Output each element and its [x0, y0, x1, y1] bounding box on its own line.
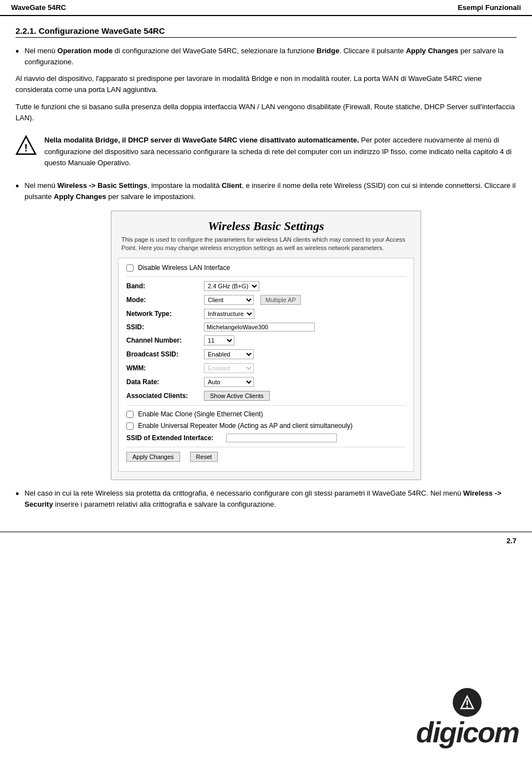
digicom-text: digicom	[416, 718, 519, 747]
page-header: WaveGate 54RC Esempi Funzionali	[0, 0, 532, 16]
universal-repeater-checkbox[interactable]	[126, 422, 134, 430]
paragraph-1: Nel menù Operation mode di configurazion…	[24, 45, 516, 68]
disable-wireless-row: Disable Wireless LAN Interface	[126, 264, 406, 272]
list-item-1: • Nel menù Operation mode di configurazi…	[16, 45, 516, 68]
ssid-ext-label: SSID of Extended Interface:	[126, 434, 226, 442]
mode-select[interactable]: Client	[204, 295, 254, 305]
band-label: Band:	[126, 282, 204, 290]
network-type-row: Network Type: Infrastructure	[126, 309, 406, 319]
apply-changes-button[interactable]: Apply Changes	[126, 452, 180, 462]
wmm-select[interactable]: Enabled	[204, 363, 254, 373]
paragraph-5: Nel caso in cui la rete Wireless sia pro…	[24, 488, 516, 510]
reset-button[interactable]: Reset	[190, 452, 218, 462]
data-rate-label: Data Rate:	[126, 378, 204, 386]
disable-wireless-label: Disable Wireless LAN Interface	[138, 264, 230, 272]
associated-clients-row: Associated Clients: Show Active Clients	[126, 391, 406, 401]
ssid-control	[204, 323, 406, 332]
page-footer: 2.7	[0, 532, 532, 549]
widget-body: Disable Wireless LAN Interface Band: 2.4…	[118, 258, 414, 472]
bullet-icon-3: •	[16, 487, 19, 502]
list-item-2: • Nel menù Wireless -> Basic Settings, i…	[16, 180, 516, 202]
data-rate-control: Auto	[204, 377, 406, 387]
data-rate-row: Data Rate: Auto	[126, 377, 406, 387]
widget-subtitle: This page is used to configure the param…	[121, 236, 411, 253]
ssid-ext-row: SSID of Extended Interface:	[126, 434, 406, 442]
paragraph-4: Nel menù Wireless -> Basic Settings, imp…	[24, 180, 516, 202]
bullet-icon: •	[16, 44, 19, 60]
svg-text:!: !	[24, 142, 28, 154]
channel-select[interactable]: 11	[204, 335, 234, 345]
header-right: Esempi Funzionali	[458, 3, 521, 12]
network-type-control: Infrastructure	[204, 309, 406, 319]
ssid-ext-control	[226, 434, 406, 442]
multiple-ap-button[interactable]: Multiple AP	[260, 295, 301, 305]
band-row: Band: 2.4 GHz (B+G)	[126, 281, 406, 291]
mac-clone-row: Enable Mac Clone (Single Ethernet Client…	[126, 410, 406, 418]
widget-title: Wireless Basic Settings	[111, 219, 421, 233]
wmm-control: Enabled	[204, 363, 406, 373]
universal-repeater-row: Enable Universal Repeater Mode (Acting a…	[126, 422, 406, 430]
ssid-row: SSID:	[126, 323, 406, 332]
warning-icon: !	[16, 135, 37, 156]
wmm-label: WMM:	[126, 364, 204, 372]
buttons-row: Apply Changes Reset	[126, 452, 406, 462]
warning-box: ! Nella modalità Bridge, il DHCP server …	[16, 130, 516, 174]
broadcast-select[interactable]: Enabled	[204, 349, 254, 359]
channel-row: Channel Number: 11	[126, 335, 406, 345]
mode-label: Mode:	[126, 296, 204, 304]
data-rate-select[interactable]: Auto	[204, 377, 254, 387]
svg-point-4	[467, 706, 468, 708]
mac-clone-label: Enable Mac Clone (Single Ethernet Client…	[138, 410, 263, 418]
broadcast-label: Broadcast SSID:	[126, 350, 204, 358]
network-type-select[interactable]: Infrastructure	[204, 309, 254, 319]
universal-repeater-label: Enable Universal Repeater Mode (Acting a…	[138, 422, 352, 430]
list-item-3: • Nel caso in cui la rete Wireless sia p…	[16, 488, 516, 510]
digicom-logo: digicom	[416, 688, 519, 747]
mode-row: Mode: Client Multiple AP	[126, 295, 406, 305]
bullet-icon-2: •	[16, 179, 19, 195]
mac-clone-checkbox[interactable]	[126, 411, 134, 418]
associated-clients-control: Show Active Clients	[204, 391, 406, 401]
band-control: 2.4 GHz (B+G)	[204, 281, 406, 291]
broadcast-control: Enabled	[204, 349, 406, 359]
ssid-ext-input[interactable]	[226, 434, 337, 442]
ssid-label: SSID:	[126, 323, 204, 331]
digicom-icon	[453, 688, 482, 717]
channel-label: Channel Number:	[126, 337, 204, 344]
paragraph-2: Al riavvio del dispositivo, l'apparato s…	[16, 73, 516, 95]
page-number: 2.7	[507, 537, 516, 545]
show-active-clients-button[interactable]: Show Active Clients	[204, 391, 270, 401]
header-left: WaveGate 54RC	[11, 3, 66, 12]
channel-control: 11	[204, 335, 406, 345]
broadcast-row: Broadcast SSID: Enabled	[126, 349, 406, 359]
wireless-settings-widget: Wireless Basic Settings This page is use…	[111, 211, 421, 481]
disable-wireless-checkbox[interactable]	[126, 264, 134, 272]
wmm-row: WMM: Enabled	[126, 363, 406, 373]
warning-text: Nella modalità Bridge, il DHCP server di…	[44, 135, 516, 169]
section-title: 2.2.1. Configurazione WaveGate 54RC	[16, 26, 516, 38]
band-select[interactable]: 2.4 GHz (B+G)	[204, 281, 259, 291]
mode-control: Client Multiple AP	[204, 295, 406, 305]
ssid-input[interactable]	[204, 323, 315, 332]
paragraph-3: Tutte le funzioni che si basano sulla pr…	[16, 101, 516, 124]
associated-clients-label: Associated Clients:	[126, 392, 204, 400]
network-type-label: Network Type:	[126, 310, 204, 318]
